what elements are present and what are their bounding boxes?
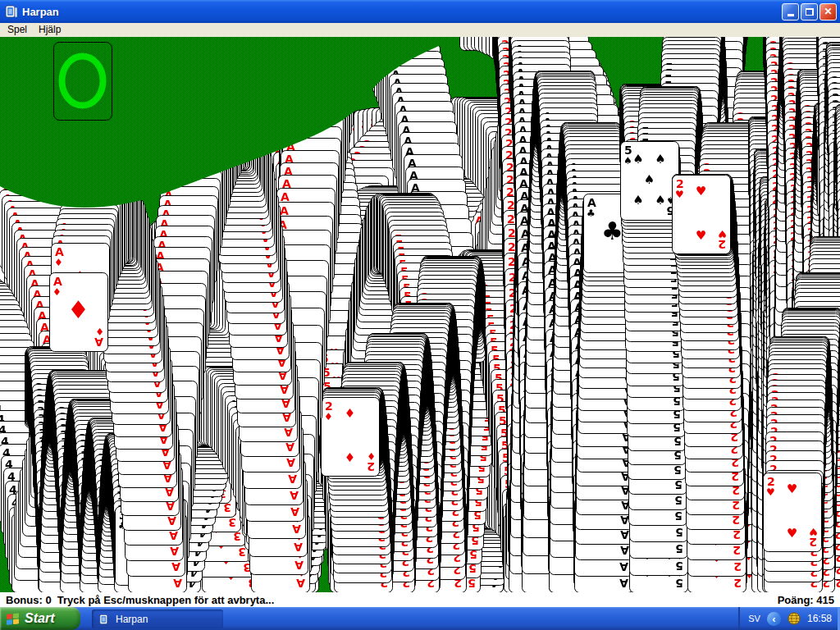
network-globe-icon[interactable] xyxy=(788,612,801,625)
system-tray: SV ‹ 16:58 xyxy=(738,607,840,630)
restore-icon xyxy=(806,8,814,16)
status-score-text: Poäng: 415 xyxy=(778,594,834,606)
close-button[interactable]: ✕ xyxy=(819,3,837,21)
taskbar-clock: 16:58 xyxy=(807,613,832,624)
app-card-icon xyxy=(5,5,18,18)
task-card-icon xyxy=(99,614,110,625)
close-icon: ✕ xyxy=(824,7,832,16)
restore-button[interactable] xyxy=(801,3,818,21)
status-bonus-text: Bonus: 0 Tryck på Esc/musknappen för att… xyxy=(6,594,274,606)
window-titlebar[interactable]: Harpan ✕ xyxy=(0,0,840,23)
windows-flag-icon xyxy=(6,612,20,625)
chevron-left-icon: ‹ xyxy=(772,614,775,624)
taskbar: Start Harpan SV ‹ 16:58 xyxy=(0,607,840,630)
window-title: Harpan xyxy=(22,6,59,18)
taskbar-button-harpan[interactable]: Harpan xyxy=(92,609,223,628)
minimize-button[interactable] xyxy=(782,3,799,21)
minimize-icon xyxy=(788,14,794,16)
status-bar: Bonus: 0 Tryck på Esc/musknappen för att… xyxy=(0,592,840,607)
taskbar-button-label: Harpan xyxy=(116,614,148,625)
language-indicator[interactable]: SV xyxy=(748,614,760,623)
start-button-label: Start xyxy=(25,611,54,626)
start-button[interactable]: Start xyxy=(0,607,80,630)
menu-item-hjalp[interactable]: Hjälp xyxy=(33,24,66,36)
solitaire-win-animation-canvas[interactable] xyxy=(0,37,840,592)
menu-item-spel[interactable]: Spel xyxy=(2,24,33,36)
menu-bar: Spel Hjälp xyxy=(0,23,840,37)
hide-icons-chevron[interactable]: ‹ xyxy=(767,612,781,626)
desktop: Harpan ✕ Spel Hjälp Bonus: 0 Tryck på Es… xyxy=(0,0,840,630)
